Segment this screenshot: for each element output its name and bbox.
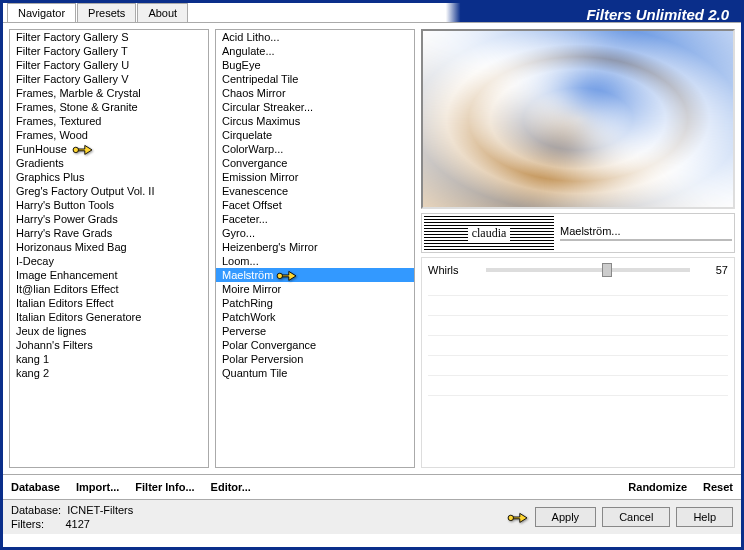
category-item[interactable]: Filter Factory Gallery T — [10, 44, 208, 58]
filter-item[interactable]: Evanescence — [216, 184, 414, 198]
filter-item[interactable]: Chaos Mirror — [216, 86, 414, 100]
dialog-buttons: Apply Cancel Help — [507, 504, 733, 530]
slider-value: 57 — [698, 264, 728, 276]
blank-slider-row — [428, 322, 728, 336]
filter-item[interactable]: Circus Maximus — [216, 114, 414, 128]
reset-button[interactable]: Reset — [703, 481, 733, 493]
editor-button[interactable]: Editor... — [211, 481, 251, 493]
filter-item[interactable]: Perverse — [216, 324, 414, 338]
filter-item[interactable]: Acid Litho... — [216, 30, 414, 44]
category-item[interactable]: Horizonaus Mixed Bag — [10, 240, 208, 254]
svg-point-1 — [277, 273, 282, 278]
import-button[interactable]: Import... — [76, 481, 119, 493]
category-item[interactable]: Harry's Power Grads — [10, 212, 208, 226]
filter-item[interactable]: PatchWork — [216, 310, 414, 324]
category-item[interactable]: FunHouse — [10, 142, 208, 156]
category-item[interactable]: Johann's Filters — [10, 338, 208, 352]
filter-item[interactable]: PatchRing — [216, 296, 414, 310]
status-bar: Database: ICNET-Filters Filters: 4127 Ap… — [3, 499, 741, 534]
current-filter-name: Maelström... — [560, 225, 732, 237]
category-item[interactable]: Gradients — [10, 156, 208, 170]
filter-item[interactable]: Quantum Tile — [216, 366, 414, 380]
filter-item[interactable]: Loom... — [216, 254, 414, 268]
slider-row-whirls: Whirls 57 — [428, 264, 728, 276]
filter-item[interactable]: Gyro... — [216, 226, 414, 240]
filter-item[interactable]: Heizenberg's Mirror — [216, 240, 414, 254]
svg-point-2 — [508, 515, 513, 520]
blank-slider-row — [428, 382, 728, 396]
slider-label: Whirls — [428, 264, 478, 276]
slider-thumb[interactable] — [602, 263, 612, 277]
category-column: Filter Factory Gallery SFilter Factory G… — [9, 29, 209, 468]
blank-slider-row — [428, 282, 728, 296]
category-item[interactable]: Filter Factory Gallery V — [10, 72, 208, 86]
tab-about[interactable]: About — [137, 3, 188, 22]
blank-slider-row — [428, 362, 728, 376]
preview-column: claudia Maelström... Whirls 57 — [421, 29, 735, 468]
category-item[interactable]: Greg's Factory Output Vol. II — [10, 184, 208, 198]
category-item[interactable]: Frames, Wood — [10, 128, 208, 142]
filter-item[interactable]: Centripedal Tile — [216, 72, 414, 86]
category-item[interactable]: Italian Editors Effect — [10, 296, 208, 310]
filter-item[interactable]: Facet Offset — [216, 198, 414, 212]
main-panel: Filter Factory Gallery SFilter Factory G… — [3, 22, 741, 474]
category-item[interactable]: Filter Factory Gallery S — [10, 30, 208, 44]
filter-column: Acid Litho...Angulate...BugEyeCentripeda… — [215, 29, 415, 468]
slider-panel: Whirls 57 — [421, 257, 735, 468]
category-item[interactable]: Frames, Marble & Crystal — [10, 86, 208, 100]
filter-item[interactable]: ColorWarp... — [216, 142, 414, 156]
filter-list[interactable]: Acid Litho...Angulate...BugEyeCentripeda… — [215, 29, 415, 468]
logo-text: claudia — [468, 226, 511, 241]
category-item[interactable]: kang 1 — [10, 352, 208, 366]
filters-count-value: 4127 — [65, 518, 89, 530]
category-list[interactable]: Filter Factory Gallery SFilter Factory G… — [9, 29, 209, 468]
progress-bar — [560, 239, 732, 241]
category-item[interactable]: Jeux de lignes — [10, 324, 208, 338]
tab-bar: NavigatorPresetsAbout — [7, 3, 741, 22]
category-item[interactable]: It@lian Editors Effect — [10, 282, 208, 296]
tab-navigator[interactable]: Navigator — [7, 3, 76, 22]
filter-item[interactable]: BugEye — [216, 58, 414, 72]
filter-item[interactable]: Emission Mirror — [216, 170, 414, 184]
category-item[interactable]: kang 2 — [10, 366, 208, 380]
blank-slider-row — [428, 342, 728, 356]
filter-item[interactable]: Moire Mirror — [216, 282, 414, 296]
toolbar-row: Database Import... Filter Info... Editor… — [3, 474, 741, 499]
filter-item[interactable]: Convergance — [216, 156, 414, 170]
blank-slider-row — [428, 302, 728, 316]
filter-item[interactable]: Maelström — [216, 268, 414, 282]
help-button[interactable]: Help — [676, 507, 733, 527]
db-value: ICNET-Filters — [67, 504, 133, 516]
category-item[interactable]: Italian Editors Generatore — [10, 310, 208, 324]
filter-info-button[interactable]: Filter Info... — [135, 481, 194, 493]
category-item[interactable]: Frames, Textured — [10, 114, 208, 128]
category-item[interactable]: Frames, Stone & Granite — [10, 100, 208, 114]
filter-item[interactable]: Cirquelate — [216, 128, 414, 142]
svg-point-0 — [73, 147, 78, 152]
pointer-icon — [507, 508, 529, 526]
filter-item[interactable]: Polar Perversion — [216, 352, 414, 366]
tab-presets[interactable]: Presets — [77, 3, 136, 22]
category-item[interactable]: Harry's Rave Grads — [10, 226, 208, 240]
cancel-button[interactable]: Cancel — [602, 507, 670, 527]
logo-badge: claudia — [424, 216, 554, 250]
filter-item[interactable]: Angulate... — [216, 44, 414, 58]
category-item[interactable]: Harry's Button Tools — [10, 198, 208, 212]
slider-track[interactable] — [486, 268, 690, 272]
category-item[interactable]: Graphics Plus — [10, 170, 208, 184]
filter-label-bar: claudia Maelström... — [421, 213, 735, 253]
category-item[interactable]: Image Enhancement — [10, 268, 208, 282]
filter-item[interactable]: Circular Streaker... — [216, 100, 414, 114]
db-label: Database: — [11, 504, 61, 516]
apply-button[interactable]: Apply — [535, 507, 597, 527]
filter-item[interactable]: Faceter... — [216, 212, 414, 226]
filter-item[interactable]: Polar Convergance — [216, 338, 414, 352]
preview-image — [421, 29, 735, 209]
randomize-button[interactable]: Randomize — [628, 481, 687, 493]
database-button[interactable]: Database — [11, 481, 60, 493]
filters-count-label: Filters: — [11, 518, 44, 530]
category-item[interactable]: I-Decay — [10, 254, 208, 268]
category-item[interactable]: Filter Factory Gallery U — [10, 58, 208, 72]
